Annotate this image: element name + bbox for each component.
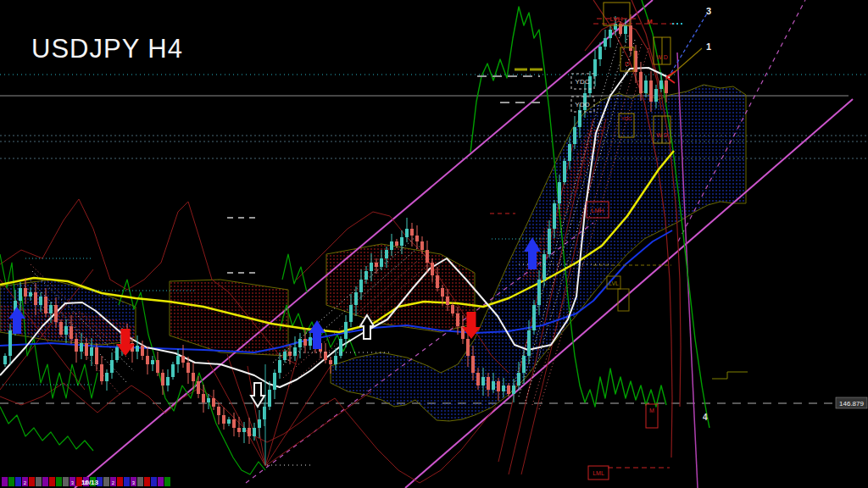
candle-body	[553, 203, 556, 229]
signal-strip-block	[15, 477, 21, 486]
signal-strip-block	[117, 477, 123, 486]
signal-strip-block	[158, 477, 164, 486]
strip-date-badge: 10/13	[81, 479, 99, 486]
candle-body	[497, 381, 500, 391]
candle-body	[568, 144, 571, 161]
candle-body	[227, 419, 231, 424]
candle-body	[573, 127, 576, 144]
candle-body	[395, 241, 398, 246]
candle-body	[639, 72, 643, 93]
candle-body	[563, 161, 566, 182]
candle-body	[100, 364, 103, 381]
candle-body	[624, 25, 627, 34]
maroon-fan1	[208, 354, 298, 466]
candle-body	[278, 360, 281, 373]
label-ydc-yellow-text: YDC	[621, 116, 632, 121]
candle-body	[405, 229, 409, 237]
candle-body	[151, 360, 154, 364]
signal-strip-block	[8, 477, 14, 486]
signal-strip-block	[144, 477, 150, 486]
candle-body	[29, 292, 32, 297]
label-ydc-text: YDC	[576, 78, 590, 86]
candle-body	[578, 110, 581, 127]
candle-body	[349, 305, 353, 322]
candle-body	[446, 297, 449, 305]
candle-body	[268, 390, 271, 407]
candle-body	[451, 305, 454, 313]
signal-strip-block	[103, 477, 109, 486]
label-m-low-text: M	[649, 408, 654, 413]
signal-strip-block	[137, 477, 143, 486]
indicator-lines	[0, 0, 853, 488]
signal-strip-block	[49, 477, 55, 486]
candle-body	[253, 428, 256, 436]
signal-strip: 2322310/13	[2, 477, 170, 486]
candle-body	[248, 428, 251, 436]
candle-body	[75, 339, 78, 352]
signal-strip-block	[151, 477, 157, 486]
candle-body	[166, 377, 170, 385]
candle-body	[659, 80, 663, 89]
candle-body	[644, 80, 648, 93]
marker-1: 1	[706, 42, 711, 52]
candle-body	[115, 347, 119, 360]
candle-body	[283, 352, 287, 360]
candle-body	[237, 428, 241, 432]
olive-box[interactable]	[618, 289, 629, 311]
label-ydo-text: YDO	[575, 101, 589, 108]
candle-body	[217, 407, 220, 415]
candle-body	[258, 419, 261, 428]
candle-body	[512, 385, 515, 394]
candle-body	[161, 373, 164, 385]
candle-body	[466, 339, 470, 356]
candle-body	[420, 241, 424, 250]
candle-body	[273, 373, 276, 390]
label-lml-text: LML	[593, 470, 604, 476]
candle-body	[481, 377, 485, 385]
label-d-text: D	[625, 60, 630, 68]
candle-body	[380, 258, 383, 267]
candle-body	[522, 356, 526, 373]
candle-body	[54, 305, 58, 322]
signal-strip-block	[2, 477, 8, 486]
candle-body	[532, 305, 536, 330]
candle-body	[471, 356, 475, 373]
candle-body	[334, 356, 337, 364]
candle-body	[181, 356, 185, 363]
marker-3: 3	[706, 6, 711, 16]
candle-body	[64, 326, 68, 335]
candle-body	[298, 339, 302, 347]
candle-body	[375, 263, 378, 267]
candle-body	[44, 297, 47, 313]
signal-strip-block	[124, 477, 130, 486]
candle-body	[70, 326, 73, 339]
signal-strip-block	[29, 477, 35, 486]
candle-body	[110, 360, 114, 373]
symbol-timeframe-title: USDJPY H4	[31, 34, 183, 64]
candle-body	[303, 339, 307, 346]
candle-body	[542, 254, 546, 280]
candle-body	[171, 364, 175, 377]
candle-body	[59, 322, 63, 335]
candle-body	[390, 241, 393, 250]
green-left-low	[0, 407, 93, 451]
candle-body	[34, 292, 37, 305]
candle-body	[146, 356, 149, 364]
candle-body	[3, 356, 7, 364]
candle-body	[354, 292, 358, 305]
marker-4: 4	[703, 413, 708, 422]
candle-body	[293, 347, 297, 356]
candle-body	[359, 280, 363, 292]
candle-body	[548, 229, 551, 254]
candle-body	[39, 297, 42, 305]
candle-body	[431, 263, 434, 275]
candle-body	[8, 330, 12, 356]
candle-body	[176, 356, 180, 364]
price-chart-canvas[interactable]: LVHDW DW DYDCYDCYDOMLMLLMHLVL 314M 146.8…	[0, 0, 868, 488]
label-wd-lower-text: W D	[656, 132, 668, 138]
candle-body	[212, 398, 215, 407]
candle-body	[105, 373, 108, 381]
chart-window: USDJPY H4 LVHDW DW DYDCYDCYDOMLMLLMHLVL …	[0, 0, 868, 488]
marker-m: M	[647, 18, 653, 25]
label-wd-upper-text: W D	[656, 54, 668, 60]
